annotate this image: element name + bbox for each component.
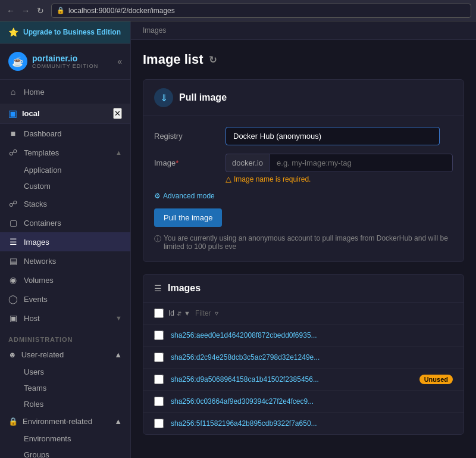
administration-section-header: Administration: [0, 328, 130, 345]
image-label: Image*: [154, 158, 226, 167]
pull-image-button[interactable]: Pull the image: [154, 208, 222, 227]
image-required-marker: *: [176, 158, 178, 167]
networks-label: Networks: [24, 257, 122, 266]
sidebar-item-roles[interactable]: Roles: [0, 396, 130, 412]
custom-label: Custom: [24, 182, 51, 191]
row-id: sha256:d9a5068964158ca1b41502f2385456...: [171, 375, 412, 384]
table-row: sha256:aeed0e1d4642008f872cbedd0f6935...: [143, 324, 464, 346]
sidebar-item-networks[interactable]: ▤ Networks: [0, 251, 130, 270]
table-toolbar: Id ⇵ ▼ Filter ▿: [143, 302, 464, 324]
templates-chevron-icon: ▲: [115, 149, 122, 156]
env-related-label: Environment-related: [23, 417, 114, 426]
sidebar-item-users[interactable]: Users: [0, 364, 130, 380]
forward-button[interactable]: →: [20, 5, 32, 17]
user-related-icon: ☻: [8, 350, 17, 359]
images-card-title: Images: [168, 283, 201, 294]
images-list-card: ☰ Images Id ⇵ ▼ Filter ▿: [143, 274, 464, 435]
logo-inner: ☕ portainer.io Community Edition: [8, 52, 98, 71]
browser-chrome: ← → ↻ 🔒 localhost:9000/#/2/docker/images: [0, 0, 476, 21]
image-row-inner: Image* docker.io: [154, 154, 453, 172]
table-row: sha256:d9a5068964158ca1b41502f2385456...…: [143, 368, 464, 390]
pull-image-header-icon: ⇓: [154, 88, 173, 107]
sidebar-item-groups[interactable]: Groups: [0, 447, 130, 458]
row-checkbox[interactable]: [154, 331, 164, 340]
administration-label: Administration: [8, 336, 73, 343]
sidebar-item-images[interactable]: ☰ Images: [0, 232, 130, 251]
host-chevron-icon: ▼: [115, 314, 122, 322]
logo-area: ☕ portainer.io Community Edition «: [0, 43, 130, 80]
advanced-mode-label: Advanced mode: [163, 192, 215, 200]
sidebar-item-containers[interactable]: ▢ Containers: [0, 213, 130, 232]
content-area: Image list ↻ ⇓ Pull image Registry: [131, 40, 476, 458]
portainer-logo-icon: ☕: [8, 52, 27, 71]
image-input[interactable]: [269, 154, 453, 172]
registry-input[interactable]: [226, 127, 440, 145]
image-input-group: docker.io: [226, 154, 453, 172]
groups-label: Groups: [24, 450, 49, 458]
sidebar-item-user-related[interactable]: ☻ User-related ▲: [0, 345, 130, 364]
image-row: Image* docker.io △ Image name is require…: [154, 154, 453, 183]
row-checkbox[interactable]: [154, 419, 164, 428]
row-checkbox[interactable]: [154, 353, 164, 362]
sidebar-item-teams[interactable]: Teams: [0, 380, 130, 396]
home-label: Home: [24, 88, 122, 96]
sort-icon[interactable]: ⇵: [177, 310, 181, 317]
page-title-text: Image list: [143, 52, 203, 67]
refresh-icon[interactable]: ↻: [209, 54, 217, 66]
advanced-mode-icon: ⚙: [154, 192, 161, 200]
nav-buttons[interactable]: ← → ↻: [5, 5, 46, 17]
row-checkbox[interactable]: [154, 397, 164, 406]
lock-icon: 🔒: [57, 7, 65, 14]
col-id-header: Id ⇵ ▼ Filter ▿: [168, 309, 218, 317]
sidebar-item-stacks[interactable]: ☍ Stacks: [0, 194, 130, 213]
upgrade-icon: ⭐: [8, 27, 18, 37]
env-icon: ▣: [8, 108, 17, 119]
env-related-icon: 🔒: [8, 417, 18, 426]
dashboard-label: Dashboard: [24, 129, 122, 138]
table-row: sha256:0c03664af9ed309394c27f2e4fcec9...: [143, 390, 464, 412]
templates-label: Templates: [24, 148, 109, 157]
filter-icon[interactable]: ▼: [184, 310, 190, 317]
sidebar-item-home[interactable]: ⌂ Home: [0, 82, 130, 101]
row-id: sha256:d2c94e258dcb3c5ac2798d32e1249e...: [171, 353, 453, 362]
row-id: sha256:5f11582196a42b895cdb9322f7a650...: [171, 419, 453, 428]
filter-funnel-icon: ▿: [215, 309, 218, 317]
upgrade-banner[interactable]: ⭐ Upgrade to Business Edition: [0, 21, 130, 43]
environments-label: Environments: [24, 434, 71, 443]
volumes-label: Volumes: [24, 276, 122, 285]
sidebar-item-custom[interactable]: Custom: [0, 178, 130, 194]
env-bar: ▣ local ✕: [0, 104, 130, 124]
back-button[interactable]: ←: [5, 5, 17, 17]
logo-edition: Community Edition: [32, 63, 98, 69]
select-all-checkbox[interactable]: [154, 309, 164, 318]
env-related-chevron-icon: ▲: [114, 417, 122, 426]
pull-image-card-body: Registry Image* docker.io: [143, 116, 464, 261]
stacks-icon: ☍: [8, 199, 18, 208]
images-list-icon: ☰: [154, 283, 162, 293]
home-icon: ⌂: [8, 87, 18, 96]
pull-image-card-header: ⇓ Pull image: [143, 80, 464, 116]
sidebar-item-dashboard[interactable]: ■ Dashboard: [0, 124, 130, 143]
image-warning-text: △ Image name is required.: [226, 175, 311, 183]
roles-label: Roles: [24, 400, 43, 409]
sidebar-item-application[interactable]: Application: [0, 162, 130, 178]
warning-icon: △: [226, 175, 231, 183]
collapse-sidebar-icon[interactable]: «: [117, 57, 122, 66]
address-bar[interactable]: 🔒 localhost:9000/#/2/docker/images: [51, 4, 471, 18]
advanced-mode-link[interactable]: ⚙ Advanced mode: [154, 192, 453, 200]
row-checkbox[interactable]: [154, 375, 164, 384]
sidebar: ⭐ Upgrade to Business Edition ☕ portaine…: [0, 21, 131, 458]
application-label: Application: [24, 166, 62, 175]
env-name: local: [22, 109, 108, 118]
env-close-button[interactable]: ✕: [113, 108, 122, 119]
host-label: Host: [24, 314, 109, 323]
sidebar-item-volumes[interactable]: ◉ Volumes: [0, 270, 130, 289]
containers-label: Containers: [24, 219, 122, 228]
reload-button[interactable]: ↻: [35, 5, 46, 17]
sidebar-item-environments[interactable]: Environments: [0, 431, 130, 447]
sidebar-item-env-related[interactable]: 🔒 Environment-related ▲: [0, 412, 130, 431]
volumes-icon: ◉: [8, 275, 18, 285]
sidebar-item-templates[interactable]: ☍ Templates ▲: [0, 143, 130, 162]
sidebar-item-host[interactable]: ▣ Host ▼: [0, 309, 130, 328]
sidebar-item-events[interactable]: ◯ Events: [0, 289, 130, 309]
